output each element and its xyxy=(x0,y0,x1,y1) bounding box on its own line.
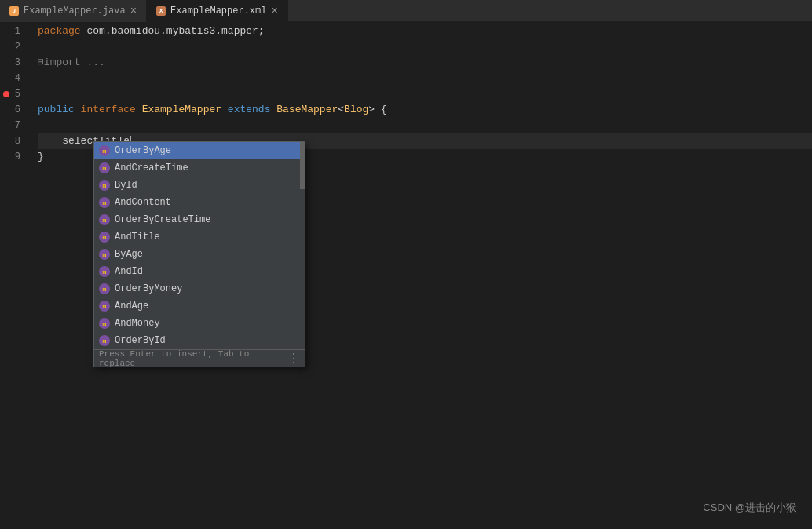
fold-indicator[interactable]: ⊟ xyxy=(38,55,44,71)
method-icon-5 xyxy=(99,232,110,243)
gutter-3: 3 xyxy=(0,55,25,71)
method-icon-4 xyxy=(99,214,110,225)
gutter-9: 9 xyxy=(0,149,25,165)
autocomplete-item-7[interactable]: AndId xyxy=(94,263,305,280)
method-icon-3 xyxy=(99,197,110,208)
autocomplete-item-5[interactable]: AndTitle xyxy=(94,228,305,246)
code-line-4 xyxy=(38,71,812,86)
more-options-icon[interactable]: ⋮ xyxy=(287,351,300,367)
autocomplete-label-3: AndContent xyxy=(115,197,171,208)
method-icon-0 xyxy=(99,145,110,156)
code-line-1: package com.baomidou.mybatis3.mapper; xyxy=(38,24,812,39)
autocomplete-label-9: AndAge xyxy=(115,301,148,312)
code-line-5 xyxy=(38,86,812,102)
gutter-8: 8 xyxy=(0,133,25,149)
gutter-7: 7 xyxy=(0,118,25,133)
tab-xml-close[interactable]: × xyxy=(271,5,277,16)
autocomplete-item-3[interactable]: AndContent xyxy=(94,194,305,211)
autocomplete-item-10[interactable]: AndMoney xyxy=(94,315,305,332)
tab-xml-label: ExampleMapper.xml xyxy=(170,5,266,16)
token-blog: Blog xyxy=(344,102,368,118)
autocomplete-label-1: AndCreateTime xyxy=(115,162,188,173)
autocomplete-label-5: AndTitle xyxy=(115,232,160,243)
autocomplete-item-0[interactable]: OrderByAge xyxy=(94,142,305,159)
tab-java[interactable]: J ExampleMapper.java × xyxy=(0,0,147,22)
autocomplete-item-1[interactable]: AndCreateTime xyxy=(94,159,305,177)
autocomplete-label-8: OrderByMoney xyxy=(115,283,182,294)
token-closing-brace: } xyxy=(38,149,44,165)
method-icon-9 xyxy=(99,301,110,312)
autocomplete-label-0: OrderByAge xyxy=(115,145,171,156)
token-basemapper: BaseMapper xyxy=(276,102,338,118)
token-import: import ... xyxy=(44,55,105,71)
gutter-5: 5 xyxy=(0,86,25,102)
gutter-1: 1 xyxy=(0,24,25,39)
code-line-3: ⊟import ... xyxy=(38,55,812,71)
autocomplete-label-11: OrderById xyxy=(115,335,166,346)
autocomplete-label-4: OrderByCreateTime xyxy=(115,214,210,225)
tab-java-label: ExampleMapper.java xyxy=(24,5,126,16)
token-gt-brace: > { xyxy=(368,102,386,118)
tab-bar: J ExampleMapper.java × X ExampleMapper.x… xyxy=(0,0,812,22)
token-classname: ExampleMapper xyxy=(142,102,228,118)
method-icon-6 xyxy=(99,249,110,260)
code-line-2 xyxy=(38,39,812,55)
line-number-gutter: 1 2 3 4 5 6 7 8 9 xyxy=(0,22,31,529)
token-lt: < xyxy=(338,102,344,118)
autocomplete-item-8[interactable]: OrderByMoney xyxy=(94,280,305,297)
xml-file-icon: X xyxy=(156,6,166,16)
token-public: public xyxy=(38,102,81,118)
method-icon-8 xyxy=(99,283,110,294)
autocomplete-dropdown[interactable]: OrderByAge AndCreateTime ById AndContent… xyxy=(93,141,305,367)
editor-area: 1 2 3 4 5 6 7 8 9 package com.baomidou.m… xyxy=(0,22,812,529)
code-line-6: public interface ExampleMapper extends B… xyxy=(38,102,812,118)
method-icon-1 xyxy=(99,162,110,173)
autocomplete-label-6: ByAge xyxy=(115,249,143,260)
autocomplete-item-11[interactable]: OrderById xyxy=(94,332,305,349)
token-package-kw: package xyxy=(38,24,86,39)
method-icon-2 xyxy=(99,180,110,191)
autocomplete-item-4[interactable]: OrderByCreateTime xyxy=(94,211,305,228)
method-icon-7 xyxy=(99,266,110,277)
token-extends: extends xyxy=(228,102,276,118)
method-icon-11 xyxy=(99,335,110,346)
autocomplete-scrollthumb[interactable] xyxy=(300,142,305,189)
java-file-icon: J xyxy=(9,6,19,16)
autocomplete-item-6[interactable]: ByAge xyxy=(94,246,305,263)
gutter-4: 4 xyxy=(0,71,25,86)
token-package-name: com.baomidou.mybatis3.mapper; xyxy=(86,24,264,39)
autocomplete-item-9[interactable]: AndAge xyxy=(94,297,305,315)
autocomplete-footer: Press Enter to insert, Tab to replace ⋮ xyxy=(94,349,305,367)
footer-hint-text: Press Enter to insert, Tab to replace xyxy=(99,349,287,368)
tab-java-close[interactable]: × xyxy=(130,5,137,16)
tab-xml[interactable]: X ExampleMapper.xml × xyxy=(147,0,288,22)
token-interface: interface xyxy=(81,102,142,118)
method-icon-10 xyxy=(99,318,110,329)
gutter-6: 6 xyxy=(0,102,25,118)
autocomplete-scrollbar[interactable] xyxy=(300,142,305,349)
autocomplete-label-7: AndId xyxy=(115,266,143,277)
autocomplete-label-2: ById xyxy=(115,180,137,191)
autocomplete-label-10: AndMoney xyxy=(115,318,160,329)
gutter-2: 2 xyxy=(0,39,25,55)
autocomplete-item-2[interactable]: ById xyxy=(94,177,305,194)
watermark: CSDN @进击的小猴 xyxy=(703,501,796,515)
code-line-7 xyxy=(38,118,812,133)
